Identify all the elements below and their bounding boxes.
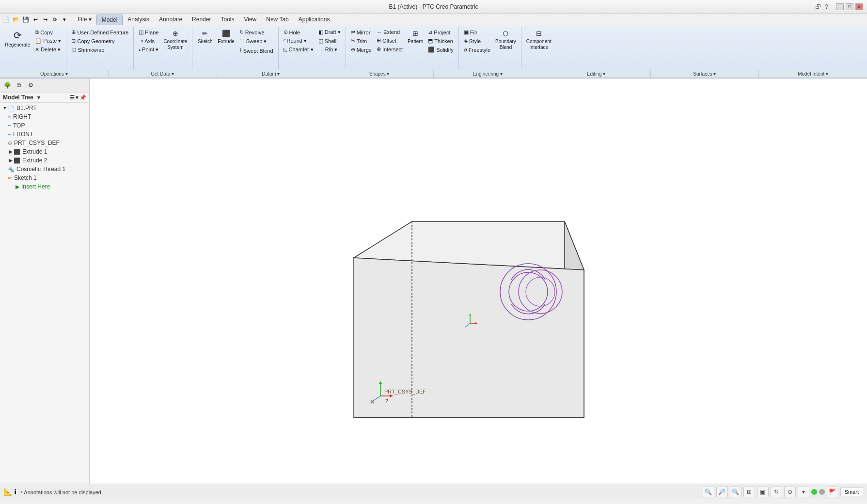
- solidify-button[interactable]: ⬛ Solidify: [426, 46, 455, 54]
- label-surfaces[interactable]: Surfaces ▾: [651, 70, 759, 78]
- menu-tools[interactable]: Tools: [216, 15, 239, 25]
- panel-tree-icon[interactable]: 🌳: [2, 80, 13, 91]
- tree-item-sketch1[interactable]: ✏ Sketch 1: [0, 173, 89, 182]
- pattern-button[interactable]: ⊞ Pattern: [406, 28, 425, 46]
- tree-item-costhread[interactable]: 🔩 Cosmetic Thread 1: [0, 165, 89, 173]
- mirror-button[interactable]: ⇌ Mirror: [349, 28, 374, 36]
- swept-blend-button[interactable]: ⌇ Swept Blend: [237, 47, 275, 55]
- extrude-button[interactable]: ⬛ Extrude: [216, 28, 236, 46]
- coordinate-system-button[interactable]: ⊕ CoordinateSystem: [161, 28, 189, 52]
- menu-view[interactable]: View: [239, 15, 261, 25]
- view-spin-button[interactable]: ↻: [771, 487, 782, 497]
- copy-geometry-button[interactable]: ⊡ Copy Geometry: [69, 37, 130, 45]
- smart-label[interactable]: Smart: [840, 488, 863, 496]
- paste-button[interactable]: 📋 Paste ▾: [33, 37, 63, 45]
- user-defined-feature-button[interactable]: ⊞ User-Defined Feature: [69, 28, 130, 36]
- tree-pin-icon[interactable]: 📌: [79, 94, 86, 101]
- component-interface-button[interactable]: ⊟ ComponentInterface: [524, 28, 553, 52]
- menu-applications[interactable]: Applications: [294, 15, 335, 25]
- tree-item-root[interactable]: ▼ 📄 B1.PRT: [0, 104, 89, 112]
- menu-model[interactable]: Model: [96, 15, 123, 25]
- tree-expand-extrude2[interactable]: ▶: [8, 158, 14, 163]
- qa-more-button[interactable]: ▾: [60, 16, 69, 24]
- merge-button[interactable]: ⊕ Merge: [349, 46, 374, 54]
- tree-options-icon[interactable]: ▾: [76, 94, 79, 101]
- menu-newtab[interactable]: New Tab: [261, 15, 293, 25]
- status-model-icon[interactable]: 📐: [4, 488, 12, 496]
- new-file-button[interactable]: 📄: [2, 16, 11, 24]
- tree-item-inserthere[interactable]: ▶ Insert Here: [0, 182, 89, 191]
- revolve-button[interactable]: ↻ Revolve: [237, 28, 275, 36]
- redo-button[interactable]: ↪: [41, 16, 49, 24]
- tree-expand-icon[interactable]: ☰: [70, 94, 75, 101]
- label-datum[interactable]: Datum ▾: [217, 70, 326, 78]
- save-button[interactable]: 💾: [21, 16, 30, 24]
- tree-item-extrude1[interactable]: ▶ ⬛ Extrude 1: [0, 147, 89, 156]
- shrinkwrap-button[interactable]: ◱ Shrinkwrap: [69, 46, 130, 54]
- trim-button[interactable]: ✂ Trim: [349, 37, 374, 45]
- extend-button[interactable]: ↔ Extend: [375, 28, 405, 36]
- status-info-icon[interactable]: ℹ: [14, 488, 16, 496]
- regen-button[interactable]: ⟳: [50, 16, 59, 24]
- panel-settings-icon[interactable]: ⚙: [25, 80, 36, 91]
- help-icon[interactable]: ?: [825, 3, 828, 10]
- rib-button[interactable]: ⋮ Rib ▾: [316, 46, 343, 54]
- tree-item-extrude2[interactable]: ▶ ⬛ Extrude 2: [0, 156, 89, 165]
- zoom-out-button[interactable]: 🔍: [730, 487, 741, 497]
- intersect-button[interactable]: ⊗ Intersect: [375, 45, 405, 53]
- hole-button[interactable]: ⊙ Hole: [282, 28, 315, 36]
- tree-expand-root[interactable]: ▼: [2, 105, 8, 111]
- tree-item-right[interactable]: ━ RIGHT: [0, 112, 89, 121]
- regenerate-button[interactable]: ⟳ Regenerate: [3, 28, 32, 49]
- menu-analysis[interactable]: Analysis: [123, 15, 154, 25]
- tree-item-top[interactable]: ━ TOP: [0, 121, 89, 130]
- open-button[interactable]: 📂: [12, 16, 20, 24]
- project-button[interactable]: ⊿ Project: [426, 28, 455, 36]
- copy-button[interactable]: ⧉ Copy: [33, 28, 63, 36]
- label-engineering[interactable]: Engineering ▾: [434, 70, 542, 78]
- view-orient-button[interactable]: ⊞: [743, 487, 755, 497]
- nav-button[interactable]: ⊙: [784, 487, 796, 497]
- fill-button[interactable]: ▣ Fill: [462, 28, 492, 36]
- zoom-in-button[interactable]: 🔎: [716, 487, 728, 497]
- boundary-blend-button[interactable]: ⬡ BoundaryBlend: [493, 28, 518, 52]
- sketch-button[interactable]: ✏ Sketch: [195, 28, 215, 46]
- draft-button[interactable]: ◧ Draft ▾: [316, 28, 343, 36]
- shell-button[interactable]: ◫ Shell: [316, 37, 343, 45]
- panel-layers-icon[interactable]: ⧉: [14, 80, 24, 91]
- menu-annotate[interactable]: Annotate: [154, 15, 187, 25]
- tree-expand-extrude1[interactable]: ▶: [8, 149, 14, 155]
- freestyle-button[interactable]: ⌀ Freestyle: [462, 46, 492, 54]
- flag-button[interactable]: 🚩: [827, 487, 838, 497]
- viewport[interactable]: Z PRT_CSYS_DEF ✕: [90, 79, 867, 484]
- plane-button[interactable]: ◫ Plane: [137, 28, 160, 36]
- undo-button[interactable]: ↩: [31, 16, 40, 24]
- label-modelintent[interactable]: Model Intent ▾: [759, 70, 867, 78]
- label-operations[interactable]: Operations ▾: [0, 70, 109, 78]
- tree-item-front[interactable]: ━ FRONT: [0, 130, 89, 139]
- round-button[interactable]: ◜ Round ▾: [282, 37, 315, 45]
- display-style-button[interactable]: ▣: [757, 487, 769, 497]
- label-editing[interactable]: Editing ▾: [542, 70, 651, 78]
- chamfer-button[interactable]: ◺ Chamfer ▾: [282, 46, 315, 54]
- style-button[interactable]: ◈ Style: [462, 37, 492, 45]
- point-button[interactable]: • Point ▾: [137, 46, 160, 54]
- tree-container: ▼ 📄 B1.PRT ━ RIGHT ━ TOP ━ FRONT ⊕: [0, 103, 89, 484]
- menu-file[interactable]: File ▾: [73, 15, 96, 25]
- tree-item-csys[interactable]: ⊕ PRT_CSYS_DEF: [0, 139, 89, 147]
- delete-button[interactable]: ✕ Delete ▾: [33, 46, 63, 54]
- minimize-button[interactable]: ─: [836, 3, 844, 10]
- minimize-restore-icon[interactable]: 🗗: [815, 3, 821, 10]
- label-getdata[interactable]: Get Data ▾: [109, 70, 217, 78]
- axis-button[interactable]: ⊸ Axis: [137, 37, 160, 45]
- menu-render[interactable]: Render: [187, 15, 216, 25]
- sweep-button[interactable]: ⌒ Sweep ▾: [237, 37, 275, 46]
- more-display-button[interactable]: ▾: [798, 487, 809, 497]
- maximize-button[interactable]: □: [846, 3, 853, 10]
- offset-button[interactable]: ⊞ Offset: [375, 36, 405, 45]
- zoom-fit-button[interactable]: 🔍: [703, 487, 714, 497]
- label-shapes[interactable]: Shapes ▾: [325, 70, 434, 78]
- tree-filter-icon[interactable]: ▾: [37, 94, 40, 101]
- close-button[interactable]: ✕: [855, 3, 863, 10]
- thicken-button[interactable]: ⬒ Thicken: [426, 37, 455, 45]
